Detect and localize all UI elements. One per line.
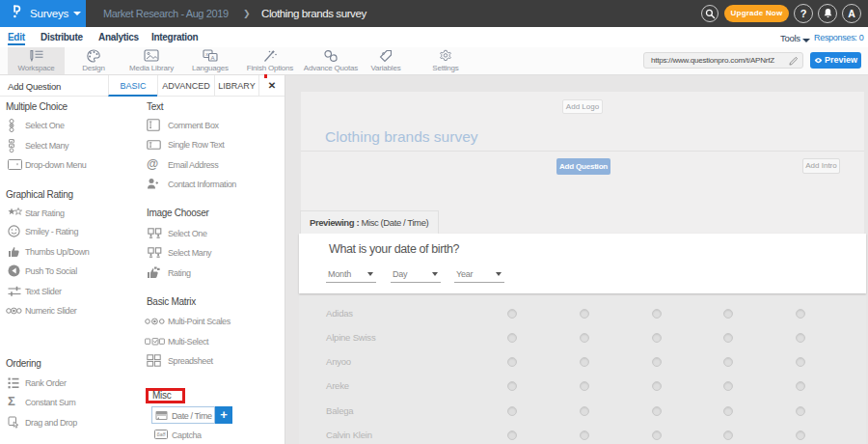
- svg-text:x: x: [205, 51, 208, 57]
- svg-text:A: A: [211, 55, 215, 61]
- svg-text:6a8: 6a8: [156, 431, 166, 437]
